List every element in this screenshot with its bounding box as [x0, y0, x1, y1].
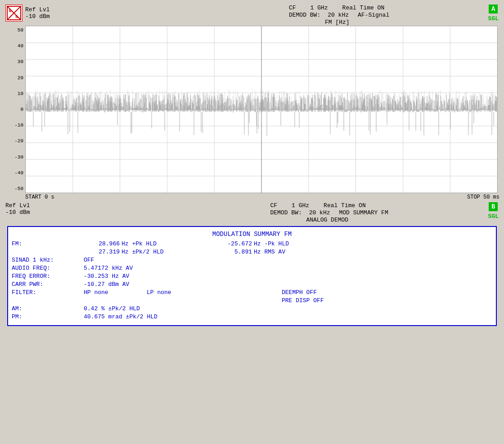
realtime-b: Real Time ON	[324, 202, 366, 209]
pm-row: PM: 40.675 mrad ±Pk/2 HLD	[12, 313, 492, 320]
carr-pwr-value: -10.27 dBm AV	[84, 281, 129, 288]
mod-summary-b: MOD SUMMARY FM	[339, 209, 388, 216]
fm-row-2: 27.319 Hz ±Pk/2 HLD 5.891 Hz RMS AV	[12, 249, 492, 255]
ref-lv-value-b: -10 dBm	[5, 209, 30, 216]
fm-pk2-unit: Hz ±Pk/2 HLD	[122, 249, 184, 255]
demod-bw-label-top: DEMOD BW:	[289, 12, 320, 18]
chart1-panel: 50 40 30 20 10 0 -10 -20 -30 -40 -50 STA…	[4, 26, 500, 201]
b-label[interactable]: B	[489, 202, 498, 211]
pm-value: 40.675 mrad ±Pk/2 HLD	[84, 313, 158, 320]
filter-hp: HP none	[84, 289, 138, 296]
realtime-top: Real Time ON	[342, 5, 385, 11]
ref-lv-label-b: Ref Lvl	[5, 202, 30, 209]
audio-freq-value: 5.47172 kHz AV	[84, 265, 133, 272]
audio-freq-label: AUDIO FREQ:	[12, 265, 84, 272]
y-axis-labels: 50 40 30 20 10 0 -10 -20 -30 -40 -50	[4, 26, 25, 193]
analog-demod-b: ANALOG DEMOD	[306, 217, 348, 223]
af-signal-top: AF-Signal	[358, 12, 389, 18]
fm-pk-plus-val: 28.966	[84, 240, 120, 247]
main-container: R S Ref Lvl -10 dBm CF 1 GHz Real Time O…	[0, 0, 504, 444]
rs-logo-icon: R S	[5, 5, 22, 22]
cf-value-b: 1 GHz	[292, 202, 309, 209]
am-value: 0.42 % ±Pk/2 HLD	[84, 305, 140, 312]
svg-text:S: S	[15, 15, 18, 19]
freq-error-row: FREQ ERROR: -30.253 Hz AV	[12, 273, 492, 280]
fm-label: FM:	[12, 240, 84, 247]
cf-label-top: CF	[289, 5, 296, 11]
pre-disp-row: PRE DISP OFF	[12, 297, 492, 304]
fm-pk-plus-unit: Hz +Pk HLD	[122, 240, 184, 247]
fm-pk2-val: 27.319	[84, 249, 120, 255]
deemph: DEEMPH OFF	[282, 289, 317, 296]
x-start-label: START 0 s	[25, 194, 54, 200]
freq-error-label: FREQ ERROR:	[12, 273, 84, 280]
pre-disp: PRE DISP OFF	[282, 297, 324, 304]
ref-lv-label-top: Ref Lvl	[25, 6, 50, 13]
signal-chart	[25, 26, 498, 193]
audio-freq-row: AUDIO FREQ: 5.47172 kHz AV	[12, 265, 492, 272]
sgl-label-top[interactable]: SGL	[488, 15, 499, 22]
filter-lp: LP none	[147, 289, 201, 296]
sinad-value: OFF	[84, 257, 94, 263]
demod-bw-value-b: 20 kHz	[309, 209, 330, 216]
fm-rms-val: 5.891	[212, 249, 252, 255]
cf-label-b: CF	[270, 202, 277, 209]
am-label: AM:	[12, 305, 84, 312]
fm-row-1: FM: 28.966 Hz +Pk HLD -25.672 Hz -Pk HLD	[12, 240, 492, 247]
x-stop-label: STOP 50 ms	[467, 194, 500, 200]
carr-pwr-label: CARR PWR:	[12, 281, 84, 288]
sgl-label-b[interactable]: SGL	[488, 213, 499, 220]
freq-error-value: -30.253 Hz AV	[84, 273, 129, 280]
demod-bw-label-b: DEMOD BW:	[270, 209, 302, 216]
fm-rms-unit: Hz RMS AV	[254, 249, 285, 255]
sinad-row: SINAD 1 kHz: OFF	[12, 257, 492, 263]
fm-pk-minus-val: -25.672	[212, 240, 252, 247]
mod-title: MODULATION SUMMARY FM	[12, 231, 492, 238]
fm-pk-minus-unit: Hz -Pk HLD	[254, 240, 289, 247]
am-row: AM: 0.42 % ±Pk/2 HLD	[12, 305, 492, 312]
sinad-label: SINAD 1 kHz:	[12, 257, 84, 263]
demod-bw-value-top: 20 kHz	[328, 12, 349, 18]
a-label[interactable]: A	[489, 5, 498, 14]
fm-hz-top: FM [Hz]	[325, 19, 350, 26]
modulation-summary-box: MODULATION SUMMARY FM FM: 28.966 Hz +Pk …	[7, 226, 497, 326]
filter-label: FILTER:	[12, 289, 84, 296]
svg-text:R: R	[9, 9, 12, 14]
cf-value-top: 1 GHz	[310, 5, 328, 11]
pm-label: PM:	[12, 313, 84, 320]
filter-row: FILTER: HP none LP none DEEMPH OFF	[12, 289, 492, 296]
ref-lv-value-top: -10 dBm	[25, 13, 50, 20]
carr-pwr-row: CARR PWR: -10.27 dBm AV	[12, 281, 492, 288]
